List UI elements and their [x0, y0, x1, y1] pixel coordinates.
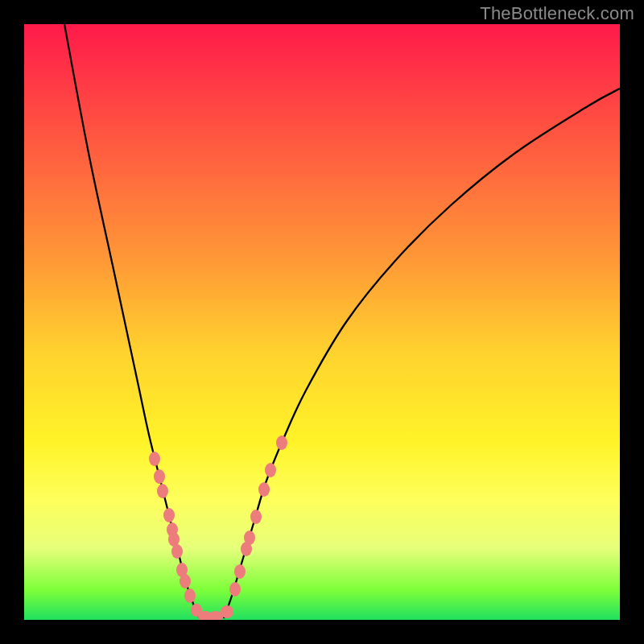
curve-left-branch	[64, 24, 200, 618]
data-marker	[258, 482, 270, 497]
data-marker	[244, 530, 255, 545]
data-marker	[229, 582, 241, 597]
data-marker	[234, 564, 246, 579]
data-marker	[250, 510, 262, 524]
data-marker	[163, 508, 175, 522]
data-marker	[221, 605, 233, 618]
data-marker	[184, 588, 196, 603]
data-marker	[149, 452, 160, 466]
data-marker	[154, 469, 165, 484]
data-marker	[276, 436, 287, 450]
data-markers-group	[149, 436, 287, 620]
data-marker	[265, 463, 276, 477]
data-marker	[180, 574, 191, 588]
curve-right-branch	[224, 89, 620, 618]
data-marker	[171, 544, 183, 559]
curve-group	[64, 24, 620, 618]
bottleneck-curve-chart	[24, 24, 620, 620]
data-marker	[157, 484, 168, 498]
chart-plot-area	[24, 24, 620, 620]
watermark-text: TheBottleneck.com	[480, 3, 634, 24]
